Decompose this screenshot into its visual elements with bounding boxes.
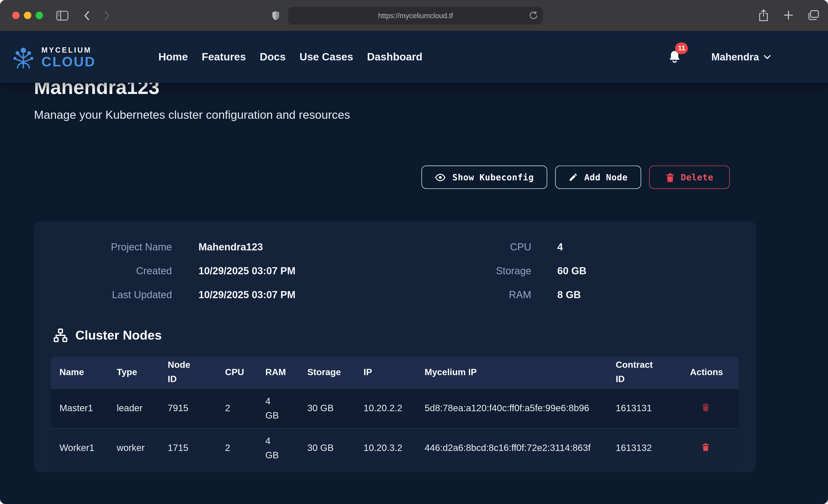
detail-value: Mahendra123 [199,241,331,253]
forward-icon[interactable] [100,9,114,22]
trash-icon [665,172,674,182]
detail-label: Last Updated [34,289,172,301]
tab-overview-icon[interactable] [807,8,820,22]
detail-value: 8 GB [557,289,756,301]
cell-node-id: 7915 [159,388,216,428]
cell-node-id: 1715 [159,428,216,468]
cell-type: leader [108,388,159,428]
browser-toolbar: https://myceliumcloud.tf [0,0,828,31]
column-header-node-id: Node ID [159,356,216,388]
privacy-shield-icon[interactable] [268,9,282,22]
cell-contract-id: 1613132 [607,428,681,468]
cell-contract-id: 1613131 [607,388,681,428]
detail-row: Project Name Mahendra123 [34,235,331,259]
brand-logo[interactable]: MYCELIUM CLOUD [10,45,96,69]
close-window-button[interactable] [12,12,19,19]
column-header-ram: RAM [257,356,299,388]
nav-link-docs[interactable]: Docs [260,51,286,63]
table-header-row: Name Type Node ID CPU RAM Storage IP Myc… [51,356,739,388]
details-right-column: CPU 4 Storage 60 GB RAM 8 GB [331,235,756,307]
cell-ip: 10.20.2.2 [355,388,416,428]
brand-text: MYCELIUM CLOUD [41,46,96,68]
column-header-mycelium-ip: Mycelium IP [416,356,607,388]
cell-cpu: 2 [216,428,257,468]
detail-row: RAM 8 GB [331,283,756,307]
detail-label: Project Name [34,241,172,253]
detail-row: Created 10/29/2025 03:07 PM [34,259,331,283]
cluster-actions: Show Kubeconfig Add Node Delete [0,166,828,189]
delete-node-button[interactable] [702,403,710,411]
table-row: Master1 leader 7915 2 4 GB 30 GB 10.20.2… [51,388,739,428]
cell-ram: 4 GB [257,388,299,428]
share-icon[interactable] [757,8,770,22]
nav-link-home[interactable]: Home [158,51,188,63]
cluster-details-card: Project Name Mahendra123 Created 10/29/2… [34,221,756,472]
table-row: Worker1 worker 1715 2 4 GB 30 GB 10.20.3… [51,428,739,468]
site-navbar: MYCELIUM CLOUD Home Features Docs Use Ca… [0,31,828,83]
cell-mycelium-ip: 5d8:78ea:a120:f40c:ff0f:a5fe:99e6:8b96 [416,388,607,428]
column-header-cpu: CPU [216,356,257,388]
nodes-table: Name Type Node ID CPU RAM Storage IP Myc… [51,356,739,468]
detail-value: 10/29/2025 03:07 PM [199,289,331,301]
section-title: Cluster Nodes [75,328,162,343]
show-kubeconfig-button[interactable]: Show Kubeconfig [421,166,547,189]
nav-link-features[interactable]: Features [202,51,246,63]
browser-window: https://myceliumcloud.tf [0,0,828,504]
brand-line-1: MYCELIUM [41,46,96,53]
nav-links: Home Features Docs Use Cases Dashboard [158,51,422,63]
column-header-name: Name [51,356,108,388]
eye-icon [435,172,446,183]
detail-label: RAM [331,289,531,301]
column-header-storage: Storage [299,356,355,388]
window-controls [12,12,43,19]
page-header: Mahendra123 Manage your Kubernetes clust… [0,76,828,122]
user-name: Mahendra [711,51,759,63]
cluster-details: Project Name Mahendra123 Created 10/29/2… [34,221,756,307]
chevron-down-icon [764,55,771,59]
minimize-window-button[interactable] [24,12,31,19]
detail-value: 4 [557,241,756,253]
cell-storage: 30 GB [299,428,355,468]
url-text: https://myceliumcloud.tf [378,12,453,20]
detail-row: Storage 60 GB [331,259,756,283]
detail-label: Storage [331,265,531,277]
zoom-window-button[interactable] [36,12,43,19]
nav-right: 11 Mahendra [668,50,771,65]
address-bar[interactable]: https://myceliumcloud.tf [288,7,543,24]
page-subtitle: Manage your Kubernetes cluster configura… [34,108,794,122]
detail-label: CPU [331,241,531,253]
column-header-type: Type [108,356,159,388]
page-body: Mahendra123 Manage your Kubernetes clust… [0,31,828,504]
reload-icon[interactable] [529,10,538,20]
cluster-nodes-header: Cluster Nodes [53,328,756,343]
cell-ip: 10.20.3.2 [355,428,416,468]
detail-label: Created [34,265,172,277]
detail-value: 10/29/2025 03:07 PM [199,265,331,277]
nav-link-dashboard[interactable]: Dashboard [367,51,422,63]
back-icon[interactable] [80,9,93,22]
main-content: Mahendra123 Manage your Kubernetes clust… [0,31,828,472]
new-tab-icon[interactable] [782,8,794,22]
cell-actions [681,428,739,468]
notifications-button[interactable]: 11 [668,50,681,65]
delete-node-button[interactable] [702,443,710,451]
cell-name: Master1 [51,388,108,428]
cell-actions [681,388,739,428]
sidebar-toggle-icon[interactable] [55,9,69,22]
notification-badge: 11 [675,42,688,54]
toolbar-right-actions [757,8,820,22]
add-node-button[interactable]: Add Node [555,166,641,189]
delete-cluster-button[interactable]: Delete [649,166,730,189]
column-header-contract-id: Contract ID [607,356,681,388]
mycelium-logo-icon [10,45,36,69]
cell-ram: 4 GB [257,428,299,468]
detail-value: 60 GB [557,265,756,277]
column-header-ip: IP [355,356,416,388]
cell-storage: 30 GB [299,388,355,428]
column-header-actions: Actions [681,356,739,388]
user-menu[interactable]: Mahendra [711,51,771,63]
cell-cpu: 2 [216,388,257,428]
details-left-column: Project Name Mahendra123 Created 10/29/2… [34,235,331,307]
detail-row: Last Updated 10/29/2025 03:07 PM [34,283,331,307]
nav-link-use-cases[interactable]: Use Cases [299,51,353,63]
